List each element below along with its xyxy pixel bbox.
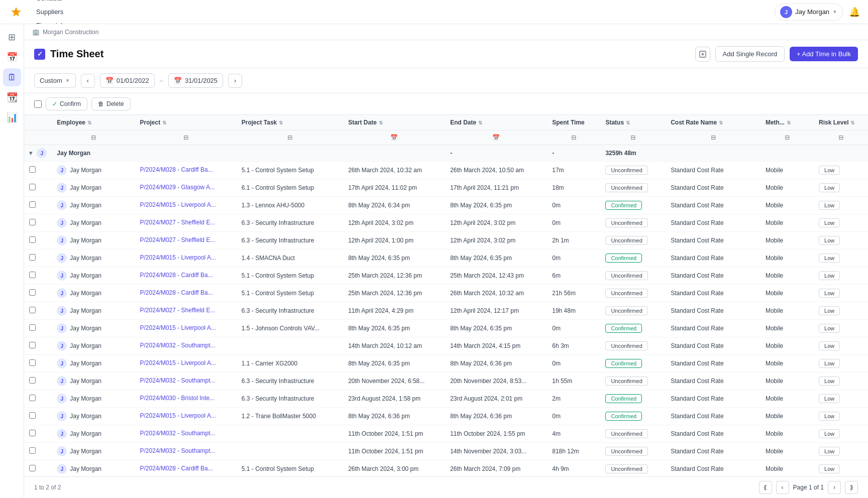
date-from-input[interactable]: 📅 01/01/2022	[100, 73, 155, 88]
risk-level-cell[interactable]: Low	[814, 250, 868, 267]
date-to-input[interactable]: 📅 31/01/2025	[168, 73, 223, 88]
risk-level-cell[interactable]: Low	[814, 355, 868, 372]
project-cell[interactable]: P/2024/M015 - Liverpool A...	[135, 355, 237, 372]
row-checkbox[interactable]	[29, 412, 36, 419]
risk-level-cell[interactable]: Low	[814, 214, 868, 232]
add-time-bulk-button[interactable]: + Add Time in Bulk	[790, 47, 858, 61]
row-checkbox-cell[interactable]	[24, 232, 52, 250]
risk-level-cell[interactable]: Low	[814, 425, 868, 443]
filter-icon[interactable]: ⊟	[836, 133, 846, 143]
row-checkbox[interactable]	[29, 447, 36, 454]
row-checkbox-cell[interactable]	[24, 390, 52, 408]
select-all-checkbox[interactable]	[34, 100, 42, 108]
col-method-header[interactable]: Meth...⇅	[761, 115, 814, 131]
filter-icon[interactable]: ⊟	[569, 133, 579, 143]
next-page-button[interactable]: ›	[828, 481, 841, 494]
project-link[interactable]: P/2024/M029 - Glasgow A...	[140, 184, 215, 191]
risk-level-cell[interactable]: Low	[814, 162, 868, 179]
project-link[interactable]: P/2024/M027 - Sheffield E...	[140, 307, 215, 314]
user-menu[interactable]: J Jay Morgan ▼	[775, 4, 843, 21]
project-cell[interactable]: P/2024/M028 - Cardiff Ba...	[135, 460, 237, 477]
row-checkbox-cell[interactable]	[24, 460, 52, 477]
status-badge[interactable]: Unconfirmed	[605, 464, 647, 473]
sidebar-schedule-icon[interactable]: 📆	[3, 88, 21, 106]
project-cell[interactable]: P/2024/M015 - Liverpool A...	[135, 250, 237, 267]
filter-risk-col[interactable]: ⊟	[814, 131, 868, 145]
row-checkbox[interactable]	[29, 219, 36, 225]
status-cell[interactable]: Unconfirmed	[600, 162, 666, 179]
calendar-filter-icon[interactable]: 📅	[389, 133, 399, 143]
status-cell[interactable]: Unconfirmed	[600, 337, 666, 355]
status-badge[interactable]: Unconfirmed	[605, 166, 647, 175]
status-cell[interactable]: Unconfirmed	[600, 179, 666, 197]
project-cell[interactable]: P/2024/M027 - Sheffield E...	[135, 302, 237, 320]
status-cell[interactable]: Unconfirmed	[600, 372, 666, 390]
project-cell[interactable]: P/2024/M027 - Sheffield E...	[135, 214, 237, 232]
project-link[interactable]: P/2024/M015 - Liverpool A...	[140, 254, 216, 261]
row-checkbox[interactable]	[29, 430, 36, 436]
project-link[interactable]: P/2024/M015 - Liverpool A...	[140, 201, 216, 208]
row-checkbox[interactable]	[29, 184, 36, 190]
filter-icon[interactable]: ⊟	[782, 133, 792, 143]
filter-icon[interactable]: ⊟	[708, 133, 718, 143]
status-badge[interactable]: Unconfirmed	[605, 271, 647, 280]
row-checkbox-cell[interactable]	[24, 162, 52, 179]
row-checkbox-cell[interactable]	[24, 250, 52, 267]
status-cell[interactable]: Confirmed	[600, 408, 666, 425]
risk-level-cell[interactable]: Low	[814, 390, 868, 408]
project-cell[interactable]: P/2024/M015 - Liverpool A...	[135, 197, 237, 214]
filter-end-col[interactable]: 📅	[445, 131, 547, 145]
project-cell[interactable]: P/2024/M028 - Cardiff Ba...	[135, 162, 237, 179]
row-checkbox-cell[interactable]	[24, 320, 52, 337]
delete-action-button[interactable]: 🗑 Delete	[91, 97, 131, 110]
project-link[interactable]: P/2024/M027 - Sheffield E...	[140, 236, 215, 243]
status-badge[interactable]: Unconfirmed	[605, 236, 647, 245]
status-cell[interactable]: Confirmed	[600, 197, 666, 214]
status-badge[interactable]: Unconfirmed	[605, 218, 647, 227]
col-status-header[interactable]: Status⇅	[600, 115, 666, 131]
status-badge[interactable]: Confirmed	[605, 412, 642, 421]
row-checkbox-cell[interactable]	[24, 355, 52, 372]
project-link[interactable]: P/2024/M027 - Sheffield E...	[140, 219, 215, 226]
row-checkbox[interactable]	[29, 307, 36, 313]
filter-spent-col[interactable]: ⊟	[547, 131, 600, 145]
period-filter[interactable]: Custom ▼	[34, 73, 76, 88]
row-checkbox-cell[interactable]	[24, 372, 52, 390]
project-link[interactable]: P/2024/M028 - Cardiff Ba...	[140, 272, 213, 279]
status-badge[interactable]: Confirmed	[605, 201, 642, 210]
project-link[interactable]: P/2024/M015 - Liverpool A...	[140, 324, 216, 331]
col-cost-header[interactable]: Cost Rate Name⇅	[666, 115, 761, 131]
row-checkbox-cell[interactable]	[24, 408, 52, 425]
filter-icon[interactable]: ⊟	[628, 133, 638, 143]
nav-item-contacts[interactable]: Contacts	[30, 0, 79, 5]
row-checkbox-cell[interactable]	[24, 179, 52, 197]
next-date-nav[interactable]: ›	[228, 74, 242, 88]
status-cell[interactable]: Unconfirmed	[600, 232, 666, 250]
row-checkbox-cell[interactable]	[24, 337, 52, 355]
add-single-record-button[interactable]: Add Single Record	[715, 46, 785, 62]
status-badge[interactable]: Unconfirmed	[605, 447, 647, 456]
group-toggle-icon[interactable]: ▾	[29, 150, 32, 157]
project-cell[interactable]: P/2024/M015 - Liverpool A...	[135, 320, 237, 337]
sidebar-home-icon[interactable]: ⊞	[3, 28, 21, 46]
row-checkbox-cell[interactable]	[24, 285, 52, 302]
calendar-filter-icon[interactable]: 📅	[491, 133, 501, 143]
export-icon-button[interactable]	[695, 47, 710, 62]
risk-level-cell[interactable]: Low	[814, 372, 868, 390]
status-cell[interactable]: Unconfirmed	[600, 214, 666, 232]
col-start-header[interactable]: Start Date⇅	[343, 115, 445, 131]
filter-task-col[interactable]: ⊟	[237, 131, 343, 145]
status-cell[interactable]: Confirmed	[600, 355, 666, 372]
row-checkbox-cell[interactable]	[24, 267, 52, 285]
project-link[interactable]: P/2024/M028 - Cardiff Ba...	[140, 289, 213, 296]
project-cell[interactable]: P/2024/M028 - Cardiff Ba...	[135, 267, 237, 285]
status-badge[interactable]: Unconfirmed	[605, 306, 647, 315]
row-checkbox-cell[interactable]	[24, 197, 52, 214]
status-cell[interactable]: Unconfirmed	[600, 443, 666, 460]
risk-level-cell[interactable]: Low	[814, 320, 868, 337]
project-cell[interactable]: P/2024/M032 - Southampt...	[135, 337, 237, 355]
row-checkbox-cell[interactable]	[24, 214, 52, 232]
risk-level-cell[interactable]: Low	[814, 267, 868, 285]
status-cell[interactable]: Confirmed	[600, 320, 666, 337]
filter-icon[interactable]: ⊟	[88, 133, 98, 143]
